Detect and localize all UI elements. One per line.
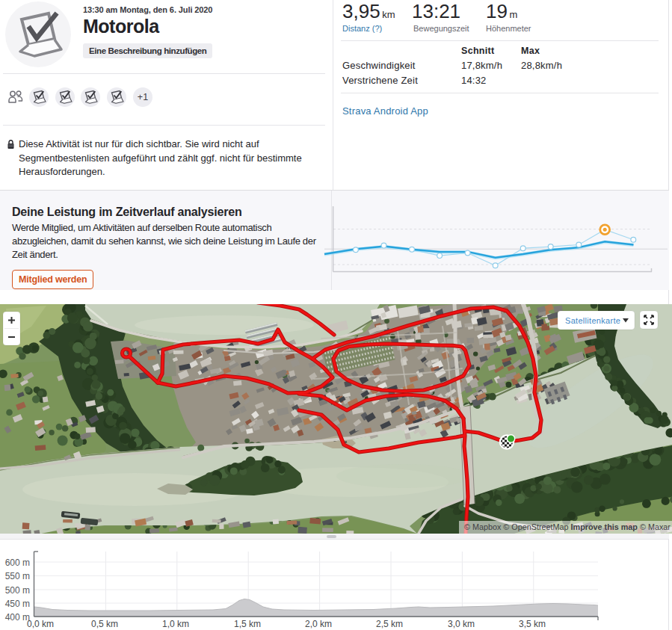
svg-text:2,5 km: 2,5 km — [376, 619, 403, 629]
svg-text:450 m: 450 m — [5, 599, 30, 609]
svg-text:Satellitenkarte: Satellitenkarte — [565, 316, 620, 325]
svg-text:3,0 km: 3,0 km — [448, 619, 475, 629]
svg-text:600 m: 600 m — [5, 558, 30, 568]
svg-text:0,0 km: 0,0 km — [27, 619, 54, 629]
svg-text:3,5 km: 3,5 km — [519, 619, 546, 629]
svg-text:400 m: 400 m — [5, 612, 30, 623]
svg-text:1,5 km: 1,5 km — [234, 619, 261, 629]
svg-text:550 m: 550 m — [5, 571, 30, 581]
svg-text:2,0 km: 2,0 km — [305, 619, 332, 629]
svg-text:0,5 km: 0,5 km — [91, 619, 118, 629]
svg-text:© Mapbox © OpenStreetMap Impro: © Mapbox © OpenStreetMap Improve this ma… — [464, 522, 671, 531]
svg-text:500 m: 500 m — [5, 585, 30, 596]
svg-text:1,0 km: 1,0 km — [162, 619, 189, 629]
